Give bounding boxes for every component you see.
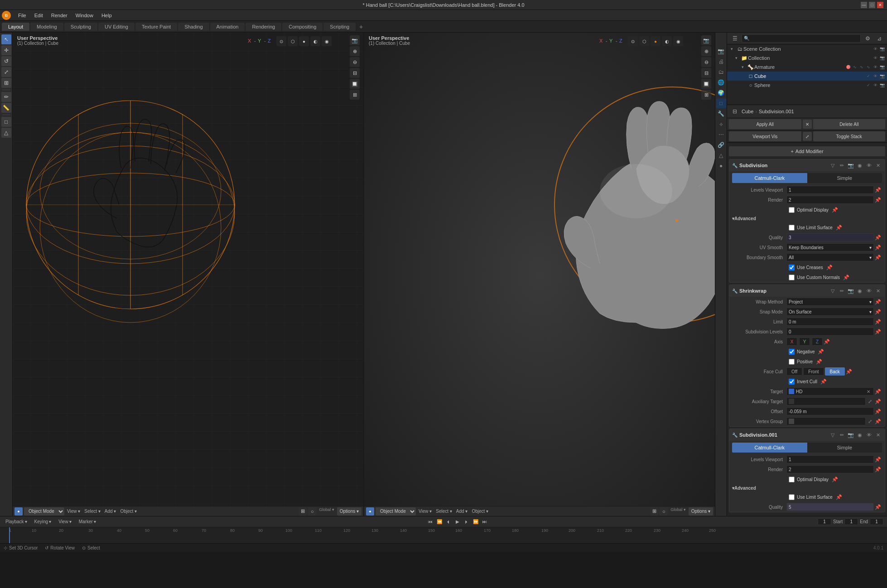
limit-pin[interactable]: 📌 [874,318,882,326]
object-mode-select-left[interactable]: Object Mode Edit Mode [24,507,64,516]
use-creases-checkbox[interactable] [789,265,795,270]
render-pin-2[interactable]: 📌 [874,465,882,473]
viewport-right[interactable]: User Perspective (1) Collection | Cube X… [364,33,715,516]
target-value[interactable]: HD ✕ [786,387,874,395]
tab-uv-editing[interactable]: UV Editing [98,23,135,31]
optimal-display-checkbox[interactable] [789,207,795,213]
levels-viewport-value[interactable]: 1 [786,186,874,194]
subdivision2-camera[interactable]: 📷 [847,431,855,439]
shrinkwrap-close[interactable]: ✕ [874,287,882,295]
playback-menu[interactable]: Playback ▾ [4,518,29,525]
quality-value[interactable]: 3 [786,233,874,241]
shrinkwrap-filter[interactable]: ▽ [829,287,837,295]
tab-texture-paint[interactable]: Texture Paint [135,23,177,31]
current-frame[interactable]: 1 [818,518,831,525]
tab-sculpting[interactable]: Sculpting [64,23,97,31]
vp-shading-material-right[interactable]: ◐ [662,36,672,46]
optimal-display-checkbox-2[interactable] [789,477,795,482]
scene-search[interactable] [742,34,861,43]
proportional-right[interactable]: ○ [660,507,668,516]
tree-item-cube[interactable]: □ Cube ✓ 👁 📷 [727,72,887,81]
vp-overlay-btn-left[interactable]: ⊙ [276,36,286,46]
subdivision2-render[interactable]: ◉ [856,431,864,439]
proportional-left[interactable]: ○ [308,507,316,516]
use-custom-normals-checkbox[interactable] [789,275,795,280]
axis-y-btn[interactable]: Y [799,337,810,346]
menu-window[interactable]: Window [72,12,97,19]
offset-value[interactable]: -0.059 m [786,407,874,415]
tree-cube-icon1[interactable]: ✓ [865,73,872,79]
fc-back-btn[interactable]: Back [825,367,845,376]
object-mode-select-right[interactable]: Object Mode Edit Mode [376,507,416,516]
blender-logo[interactable]: B [2,11,11,20]
uv-smooth-pin[interactable]: 📌 [874,243,882,251]
tool-transform[interactable]: ⊞ [1,78,11,88]
subdivision-close[interactable]: ✕ [874,161,882,169]
delete-all-button[interactable]: Delete All [813,119,886,129]
tab-scripting[interactable]: Scripting [323,23,356,31]
tool-rotate[interactable]: ↺ [1,56,11,66]
vertex-group-expand[interactable]: ⤢ [866,417,874,425]
tree-arm-icon4[interactable]: ∿ [865,64,872,70]
vp-shading-render-left[interactable]: ◉ [322,36,332,46]
close-button[interactable]: ✕ [877,2,883,8]
render-value-2[interactable]: 2 [786,465,874,473]
simple-btn-2[interactable]: Simple [807,443,882,453]
tree-item-sphere[interactable]: ○ Sphere ✓ 👁 📷 [727,81,887,90]
vp-add-menu-right[interactable]: Add ▾ [455,508,469,514]
prop-collapse-all[interactable]: ⊟ [730,106,740,116]
prop-icon-view-layer[interactable]: 🗂 [716,67,726,77]
subdiv-levels-pin[interactable]: 📌 [874,328,882,336]
subdivision2-edit-mode[interactable]: ✏ [838,431,846,439]
axis-z-btn[interactable]: Z [812,337,823,346]
render-pin[interactable]: 📌 [874,196,882,204]
vp-overlay-btn-right[interactable]: ⊙ [628,36,638,46]
prop-icon-data[interactable]: △ [716,150,726,160]
tree-arm-icon1[interactable]: 🎯 [845,64,851,70]
viewport-vis-button[interactable]: Viewport Vis [729,131,801,141]
options-btn-right[interactable]: Options ▾ [689,507,713,516]
menu-render[interactable]: Render [48,12,71,19]
prop-icon-material[interactable]: ● [716,161,726,171]
auxiliary-target-value[interactable] [786,397,866,405]
invert-cull-pin[interactable]: 📌 [820,377,828,386]
catmull-clark-btn-2[interactable]: Catmull-Clark [732,443,807,453]
use-creases-pin[interactable]: 📌 [825,263,834,271]
target-pin[interactable]: 📌 [874,387,882,395]
negative-pin[interactable]: 📌 [817,347,825,356]
vp-local-right[interactable]: ⊞ [701,90,711,100]
catmull-clark-btn[interactable]: Catmull-Clark [732,173,807,183]
tool-select[interactable]: ↖ [1,34,11,44]
transport-play[interactable]: ▶ [453,518,462,526]
breadcrumb-subdivision[interactable]: Subdivision.001 [759,109,794,114]
tool-scale[interactable]: ⤢ [1,67,11,77]
tool-move[interactable]: ✛ [1,45,11,55]
vp-local-left[interactable]: ⊞ [350,90,360,100]
vp-zoom-in-left[interactable]: ⊕ [350,46,360,56]
use-limit-surface-checkbox[interactable] [789,225,795,231]
keying-menu[interactable]: Keying ▾ [33,518,53,525]
use-limit-surface-checkbox-2[interactable] [789,494,795,500]
fc-front-btn[interactable]: Front [803,367,824,376]
view-menu[interactable]: View ▾ [57,518,73,525]
scene-tree-options[interactable]: ⚙ [863,34,873,43]
subdivision-camera[interactable]: 📷 [847,161,855,169]
tool-measure[interactable]: 📏 [1,103,11,113]
use-limit-pin[interactable]: 📌 [835,223,843,231]
tab-modeling[interactable]: Modeling [30,23,63,31]
shrinkwrap-edit-mode[interactable]: ✏ [838,287,846,295]
levels-viewport-pin[interactable]: 📌 [874,186,882,194]
subdivision-render[interactable]: ◉ [856,161,864,169]
vp-zoom-out-right[interactable]: ⊖ [701,57,711,67]
prop-icon-scene[interactable]: 🌐 [716,77,726,87]
tree-arm-icon3[interactable]: ∿ [858,64,865,70]
tree-cube-hide[interactable]: 👁 [872,73,878,79]
vp-shading-render-right[interactable]: ◉ [673,36,683,46]
vp-shading-material-left[interactable]: ◐ [310,36,320,46]
tool-add-cube[interactable]: □ [1,117,11,127]
menu-file[interactable]: File [14,12,30,19]
axis-pin[interactable]: 📌 [823,337,831,346]
tree-collection-render[interactable]: 📷 [879,55,885,61]
snap-mode-dropdown[interactable]: On Surface ▾ [786,308,874,316]
scene-tree-sync[interactable]: ⊿ [874,34,884,43]
